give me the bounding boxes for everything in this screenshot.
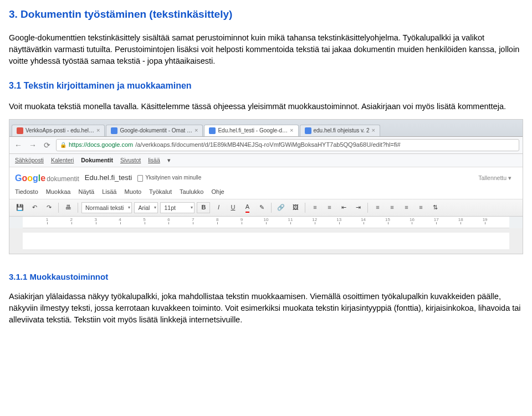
outdent-button[interactable]: ⇤	[337, 203, 350, 213]
back-button[interactable]: ←	[13, 140, 24, 151]
menu-tools[interactable]: Työkalut	[149, 188, 172, 197]
menu-format[interactable]: Muoto	[124, 188, 141, 197]
heading-section-3: 3. Dokumentin työstäminen (tekstinkäsitt…	[9, 7, 523, 22]
separator	[305, 203, 305, 213]
google-services-bar: Sähköposti Kalenteri Dokumentit Sivustot…	[9, 154, 523, 167]
docs-icon	[111, 127, 117, 134]
tab-label: VerkkoAps-posti - edu.hel…	[25, 127, 94, 135]
linespacing-button[interactable]: ⇅	[429, 203, 441, 213]
lock-icon: 🔒	[60, 141, 66, 150]
url-field[interactable]: 🔒 https://docs.google.com/a/verkkoaps.fi…	[56, 139, 519, 151]
underline-button[interactable]: U	[227, 203, 239, 213]
url-host: https://docs.google.com	[69, 141, 133, 150]
browser-tab[interactable]: VerkkoAps-posti - edu.hel…×	[12, 125, 105, 136]
menu-help[interactable]: Ohje	[211, 188, 224, 197]
document-name[interactable]: Edu.hel.fi_testi	[85, 173, 132, 183]
separator	[78, 203, 78, 213]
save-status: Tallennettu ▾	[478, 174, 511, 182]
italic-button[interactable]: I	[212, 203, 224, 213]
docs-icon	[305, 127, 311, 134]
ruler[interactable]: 12345678910111213141516171819	[23, 217, 509, 228]
embedded-screenshot: VerkkoAps-posti - edu.hel…× Google-dokum…	[9, 119, 523, 254]
align-right-button[interactable]: ≡	[400, 203, 412, 213]
separator	[271, 203, 272, 213]
document-canvas[interactable]	[9, 228, 523, 254]
docs-toolbar: 💾 ↶ ↷ 🖶 Normaali teksti Arial 11pt B I U…	[9, 199, 523, 217]
save-button[interactable]: 💾	[14, 203, 26, 213]
align-center-button[interactable]: ≡	[386, 203, 398, 213]
close-icon[interactable]: ×	[290, 126, 293, 135]
fontsize-select[interactable]: 11pt	[160, 202, 195, 213]
privacy-indicator[interactable]: Yksityinen vain minulle	[137, 174, 201, 182]
highlight-button[interactable]: ✎	[255, 203, 268, 213]
browser-tab[interactable]: Google-dokumentit - Omat …×	[106, 125, 203, 136]
docs-menubar: Tiedosto Muokkaa Näytä Lisää Muoto Työka…	[9, 186, 523, 199]
heading-section-3-1-1: 3.1.1 Muokkaustoiminnot	[9, 271, 523, 283]
separator	[58, 203, 59, 213]
docs-title-row: Googledokumentit Edu.hel.fi_testi Yksity…	[9, 167, 523, 186]
image-button[interactable]: 🖼	[289, 203, 301, 213]
browser-tab-active[interactable]: Edu.hel.fi_testi - Google-d…×	[204, 125, 298, 136]
svc-link-mail[interactable]: Sähköposti	[15, 157, 44, 163]
close-icon[interactable]: ×	[195, 126, 198, 135]
textcolor-button[interactable]: A	[241, 203, 253, 213]
lock-icon	[137, 175, 143, 182]
gmail-icon	[17, 127, 23, 134]
browser-tabstrip: VerkkoAps-posti - edu.hel…× Google-dokum…	[9, 120, 523, 137]
paragraph-3-1-1: Asiakirjan ylälaidassa näkyy työkalupalk…	[9, 291, 523, 326]
paragraph-3-1: Voit muokata tekstiä monella tavalla. Kä…	[9, 101, 523, 112]
align-justify-button[interactable]: ≡	[415, 203, 427, 213]
browser-addressbar: ← → ⟳ 🔒 https://docs.google.com/a/verkko…	[9, 137, 523, 154]
indent-button[interactable]: ⇥	[352, 203, 364, 213]
menu-insert[interactable]: Lisää	[102, 188, 116, 197]
align-left-button[interactable]: ≡	[371, 203, 383, 213]
svc-link-docs[interactable]: Dokumentit	[81, 157, 113, 163]
style-select[interactable]: Normaali teksti	[81, 202, 132, 213]
google-logo: Googledokumentit	[15, 172, 79, 184]
heading-section-3-1: 3.1 Tekstin kirjoittaminen ja muokkaamin…	[9, 79, 523, 92]
undo-button[interactable]: ↶	[28, 203, 40, 213]
menu-view[interactable]: Näytä	[78, 188, 94, 197]
tab-label: Google-dokumentit - Omat …	[120, 127, 192, 135]
bullet-list-button[interactable]: ≡	[323, 203, 335, 213]
close-icon[interactable]: ×	[96, 126, 100, 135]
link-button[interactable]: 🔗	[275, 203, 287, 213]
tab-label: Edu.hel.fi_testi - Google-d…	[218, 127, 288, 135]
tab-label: edu.hel.fi ohjeistus v. 2	[314, 127, 370, 135]
svc-link-sites[interactable]: Sivustot	[120, 157, 141, 163]
docs-icon	[209, 127, 216, 134]
bold-button[interactable]: B	[197, 202, 210, 213]
separator	[367, 203, 368, 213]
browser-tab[interactable]: edu.hel.fi ohjeistus v. 2×	[300, 125, 380, 136]
menu-file[interactable]: Tiedosto	[15, 188, 38, 197]
reload-button[interactable]: ⟳	[42, 140, 53, 151]
paragraph-intro: Google-dokumenttien tekstinkäsittely sis…	[9, 32, 523, 67]
forward-button[interactable]: →	[27, 140, 38, 151]
numbered-list-button[interactable]: ≡	[309, 203, 321, 213]
redo-button[interactable]: ↷	[43, 203, 55, 213]
menu-edit[interactable]: Muokkaa	[46, 188, 71, 197]
svc-link-calendar[interactable]: Kalenteri	[51, 157, 74, 163]
close-icon[interactable]: ×	[372, 126, 375, 135]
url-path: /a/verkkoaps.fi/document/d/1E89kMB4N4EJS…	[135, 141, 400, 150]
font-select[interactable]: Arial	[134, 202, 158, 213]
print-button[interactable]: 🖶	[62, 203, 74, 213]
menu-table[interactable]: Taulukko	[180, 188, 203, 197]
svc-link-more[interactable]: lisää ▾	[148, 157, 171, 163]
